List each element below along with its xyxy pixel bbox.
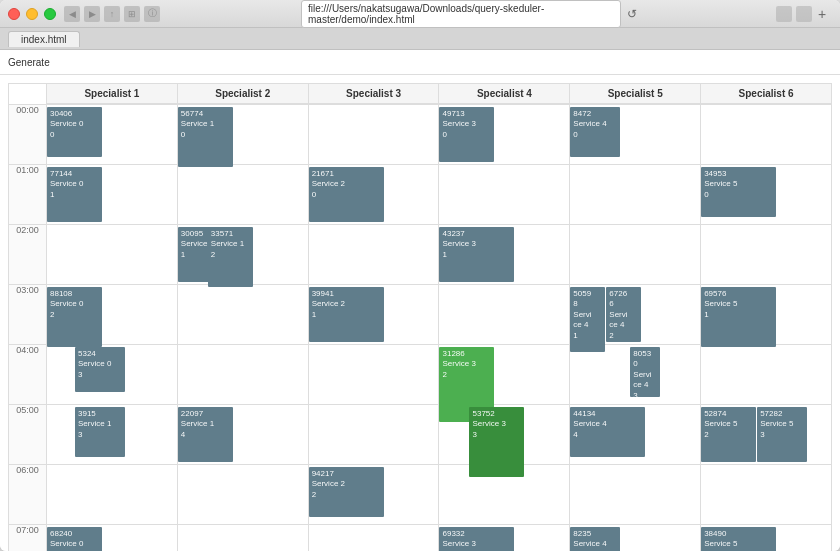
slot-s2-r7 <box>308 525 439 552</box>
info-icon[interactable]: ⓘ <box>144 6 160 22</box>
scheduler[interactable]: Specialist 1 Specialist 2 Specialist 3 S… <box>0 75 840 551</box>
minimize-button[interactable] <box>26 8 38 20</box>
download-icon[interactable] <box>776 6 792 22</box>
maximize-button[interactable] <box>44 8 56 20</box>
content-area: Generate Specialist 1 Specialist 2 Speci… <box>0 50 840 551</box>
event-e23[interactable]: 8472 Service 4 0 <box>570 107 620 157</box>
time-cell-1: 01:00 <box>9 165 47 225</box>
slot-s5-r7: 38490 Service 5 4 <box>701 525 832 552</box>
time-cell-2: 02:00 <box>9 225 47 285</box>
time-cell-7: 07:00 <box>9 525 47 552</box>
slot-s0-r2 <box>47 225 178 285</box>
slot-s3-r3 <box>439 285 570 345</box>
slot-s5-r4 <box>701 345 832 405</box>
event-e34[interactable]: 52874 Service 5 2 <box>701 407 756 462</box>
time-cell-4: 04:00 <box>9 345 47 405</box>
close-button[interactable] <box>8 8 20 20</box>
tab-index[interactable]: index.html <box>8 31 80 47</box>
specialist-header-6: Specialist 6 <box>701 84 832 105</box>
event-e35[interactable]: 57282 Service 5 3 <box>757 407 807 462</box>
event-e15[interactable]: 39941 Service 2 1 <box>309 287 384 342</box>
event-e1[interactable]: 30406 Service 0 0 <box>47 107 102 157</box>
slot-s1-r0: 56774 Service 1 0 <box>177 105 308 165</box>
event-e9[interactable]: 33571 Service 1 2 <box>208 227 253 287</box>
slot-s2-r1: 21671 Service 2 0 <box>308 165 439 225</box>
refresh-icon[interactable]: ↺ <box>627 7 637 21</box>
slot-s4-r3: 5059 8 Servi ce 4 16726 6 Servi ce 4 2 <box>570 285 701 345</box>
slot-s2-r4 <box>308 345 439 405</box>
event-e22[interactable]: 69332 Service 3 4 <box>439 527 514 551</box>
slot-s2-r6: 94217 Service 2 2 <box>308 465 439 525</box>
time-cell-0: 00:00 <box>9 105 47 165</box>
event-e18[interactable]: 49713 Service 3 0 <box>439 107 494 162</box>
bookmark-icon[interactable] <box>796 6 812 22</box>
time-cell-6: 06:00 <box>9 465 47 525</box>
slot-s0-r5: 3915 Service 1 3 <box>47 405 178 465</box>
slot-s2-r5 <box>308 405 439 465</box>
event-e28[interactable]: 8235 Service 4 5 <box>570 527 620 551</box>
slot-s0-r3: 88108 Service 0 2 <box>47 285 178 345</box>
scheduler-table: Specialist 1 Specialist 2 Specialist 3 S… <box>8 83 832 551</box>
event-e32[interactable]: 34953 Service 5 0 <box>701 167 776 217</box>
slot-s5-r3: 69576 Service 5 1 <box>701 285 832 345</box>
slot-s3-r4: 31286 Service 3 2 <box>439 345 570 405</box>
tabbar: index.html <box>0 28 840 50</box>
event-e6[interactable]: 68240 Service 0 4 <box>47 527 102 551</box>
slot-s0-r4: 5324 Service 0 3 <box>47 345 178 405</box>
titlebar: ◀ ▶ ↑ ⊞ ⓘ file:///Users/nakatsugawa/Down… <box>0 0 840 28</box>
back-icon[interactable]: ◀ <box>64 6 80 22</box>
slot-s4-r5: 44134 Service 4 4 <box>570 405 701 465</box>
slot-s3-r1 <box>439 165 570 225</box>
share-icon[interactable]: ↑ <box>104 6 120 22</box>
slot-s4-r2 <box>570 225 701 285</box>
slot-s3-r2: 43237 Service 3 1 <box>439 225 570 285</box>
slot-s1-r7 <box>177 525 308 552</box>
browser-window: ◀ ▶ ↑ ⊞ ⓘ file:///Users/nakatsugawa/Down… <box>0 0 840 551</box>
event-e25[interactable]: 6726 6 Servi ce 4 2 <box>606 287 641 342</box>
forward-icon[interactable]: ▶ <box>84 6 100 22</box>
event-e5[interactable]: 3915 Service 1 3 <box>75 407 125 457</box>
slot-s1-r2: 30095 Service 1 133571 Service 1 2 <box>177 225 308 285</box>
slot-s4-r7: 8235 Service 4 5 <box>570 525 701 552</box>
event-e10[interactable]: 22097 Service 1 4 <box>178 407 233 462</box>
slot-s1-r1 <box>177 165 308 225</box>
event-e36[interactable]: 38490 Service 5 4 <box>701 527 776 551</box>
event-e4[interactable]: 5324 Service 0 3 <box>75 347 125 392</box>
event-e24[interactable]: 5059 8 Servi ce 4 1 <box>570 287 605 352</box>
address-bar[interactable]: file:///Users/nakatsugawa/Downloads/quer… <box>301 0 621 28</box>
event-e27[interactable]: 44134 Service 4 4 <box>570 407 645 457</box>
slot-s1-r3 <box>177 285 308 345</box>
generate-button[interactable]: Generate <box>8 57 50 68</box>
screenshot-icon[interactable]: ⊞ <box>124 6 140 22</box>
slot-s2-r3: 39941 Service 2 1 <box>308 285 439 345</box>
slot-s1-r4 <box>177 345 308 405</box>
event-e16[interactable]: 94217 Service 2 2 <box>309 467 384 517</box>
event-e26[interactable]: 8053 0 Servi ce 4 3 <box>630 347 660 397</box>
side-icons <box>776 6 812 22</box>
specialist-header-4: Specialist 4 <box>439 84 570 105</box>
slot-s5-r2 <box>701 225 832 285</box>
time-cell-5: 05:00 <box>9 405 47 465</box>
add-tab-button[interactable]: + <box>812 6 832 22</box>
toolbar: Generate <box>0 50 840 75</box>
slot-s0-r0: 30406 Service 0 0 <box>47 105 178 165</box>
slot-s5-r1: 34953 Service 5 0 <box>701 165 832 225</box>
specialist-header-2: Specialist 2 <box>177 84 308 105</box>
event-e19[interactable]: 43237 Service 3 1 <box>439 227 514 282</box>
slot-s0-r6 <box>47 465 178 525</box>
slot-s4-r4: 8053 0 Servi ce 4 3 <box>570 345 701 405</box>
slot-s4-r6 <box>570 465 701 525</box>
slot-s4-r1 <box>570 165 701 225</box>
event-e33[interactable]: 69576 Service 5 1 <box>701 287 776 347</box>
event-e14[interactable]: 21671 Service 2 0 <box>309 167 384 222</box>
specialist-header-5: Specialist 5 <box>570 84 701 105</box>
time-cell-3: 03:00 <box>9 285 47 345</box>
event-e7[interactable]: 56774 Service 1 0 <box>178 107 233 167</box>
event-e21[interactable]: 53752 Service 3 3 <box>469 407 524 477</box>
slot-s2-r0 <box>308 105 439 165</box>
slot-s5-r0 <box>701 105 832 165</box>
event-e2[interactable]: 77144 Service 0 1 <box>47 167 102 222</box>
specialist-header-3: Specialist 3 <box>308 84 439 105</box>
slot-s3-r7: 69332 Service 3 4 <box>439 525 570 552</box>
event-e3[interactable]: 88108 Service 0 2 <box>47 287 102 347</box>
